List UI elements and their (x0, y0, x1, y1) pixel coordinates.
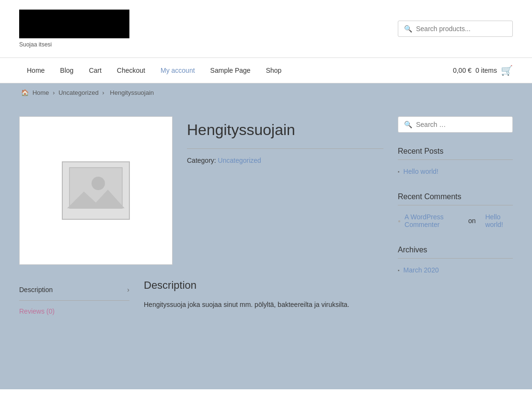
chevron-right-icon: › (127, 286, 129, 294)
recent-posts-section: Recent Posts Hello world! (398, 147, 513, 178)
breadcrumb: 🏠 Home › Uncategorized › Hengityssuojain (0, 83, 532, 102)
home-icon: 🏠 (21, 89, 29, 96)
product-divider (187, 148, 383, 149)
nav-links: Home Blog Cart Checkout My account Sampl… (19, 58, 289, 83)
description-column: Description Hengityssuoja joka suojaa si… (144, 279, 383, 315)
product-area: Hengityssuojain Category: Uncategorized (19, 116, 383, 265)
cart-amount: 0,00 € (453, 67, 472, 74)
sidebar-search-box[interactable]: 🔍 (398, 116, 513, 133)
description-title: Description (144, 279, 383, 292)
main-nav: Home Blog Cart Checkout My account Sampl… (0, 58, 532, 83)
archives-section: Archives March 2020 (398, 246, 513, 277)
comment-connector: on (468, 217, 476, 225)
tab-reviews-label: Reviews (0) (19, 307, 55, 315)
product-info: Hengityssuojain Category: Uncategorized (187, 116, 383, 265)
list-item: Hello world! (398, 165, 513, 178)
breadcrumb-home[interactable]: Home (33, 89, 49, 96)
sidebar-search-icon: 🔍 (404, 121, 412, 128)
product-section: Hengityssuojain Category: Uncategorized … (19, 116, 383, 315)
site-tagline: Suojaa itsesi (19, 41, 129, 48)
header-search-box[interactable]: 🔍 (398, 21, 513, 37)
site-logo[interactable] (19, 10, 129, 38)
nav-blog[interactable]: Blog (52, 58, 81, 83)
main-content: Hengityssuojain Category: Uncategorized … (0, 102, 532, 389)
product-image-box (19, 116, 173, 265)
nav-home[interactable]: Home (19, 58, 52, 83)
site-header: Suojaa itsesi 🔍 (0, 0, 532, 58)
recent-comments-title: Recent Comments (398, 192, 513, 205)
nav-myaccount[interactable]: My account (153, 58, 203, 83)
sidebar: 🔍 Recent Posts Hello world! Recent Comme… (398, 116, 513, 315)
description-text: Hengityssuoja joka suojaa sinut mm. pöly… (144, 299, 383, 310)
nav-shop[interactable]: Shop (258, 58, 289, 83)
header-search-input[interactable] (416, 25, 507, 33)
breadcrumb-sep1: › (53, 89, 57, 96)
nav-checkout[interactable]: Checkout (109, 58, 153, 83)
comment-author-link[interactable]: A WordPress Commenter (405, 213, 464, 228)
comment-post-link[interactable]: Hello world! (485, 213, 513, 228)
category-link[interactable]: Uncategorized (218, 157, 261, 164)
list-item: A WordPress Commenter on Hello world! (398, 210, 513, 231)
list-item: March 2020 (398, 263, 513, 277)
cart-area[interactable]: 0,00 € 0 items 🛒 (453, 65, 513, 76)
product-category: Category: Uncategorized (187, 157, 383, 164)
recent-comments-section: Recent Comments A WordPress Commenter on… (398, 192, 513, 231)
recent-post-link[interactable]: Hello world! (404, 168, 439, 175)
tab-description-label: Description (19, 286, 53, 294)
archives-title: Archives (398, 246, 513, 259)
sidebar-search-input[interactable] (416, 121, 507, 128)
tabs-column: Description › Reviews (0) (19, 279, 129, 315)
cart-icon: 🛒 (501, 65, 513, 76)
archives-list: March 2020 (398, 263, 513, 277)
recent-posts-list: Hello world! (398, 165, 513, 178)
tab-reviews[interactable]: Reviews (0) (19, 301, 129, 315)
nav-sample-page[interactable]: Sample Page (203, 58, 258, 83)
logo-area: Suojaa itsesi (19, 10, 129, 48)
cart-items-count: 0 items (475, 67, 497, 74)
recent-posts-title: Recent Posts (398, 147, 513, 160)
archive-link[interactable]: March 2020 (404, 266, 439, 274)
tab-description[interactable]: Description › (19, 279, 129, 301)
content-layout: Hengityssuojain Category: Uncategorized … (19, 116, 513, 315)
breadcrumb-category[interactable]: Uncategorized (58, 89, 99, 96)
nav-cart[interactable]: Cart (81, 58, 109, 83)
bottom-area: Description › Reviews (0) Description He… (19, 279, 383, 315)
recent-comments-list: A WordPress Commenter on Hello world! (398, 210, 513, 231)
search-icon: 🔍 (404, 25, 412, 33)
breadcrumb-sep2: › (102, 89, 106, 96)
product-placeholder-image (58, 157, 134, 224)
category-label: Category: (187, 157, 216, 164)
svg-point-2 (92, 177, 105, 190)
product-title: Hengityssuojain (187, 121, 383, 139)
breadcrumb-current: Hengityssuojain (110, 89, 154, 96)
